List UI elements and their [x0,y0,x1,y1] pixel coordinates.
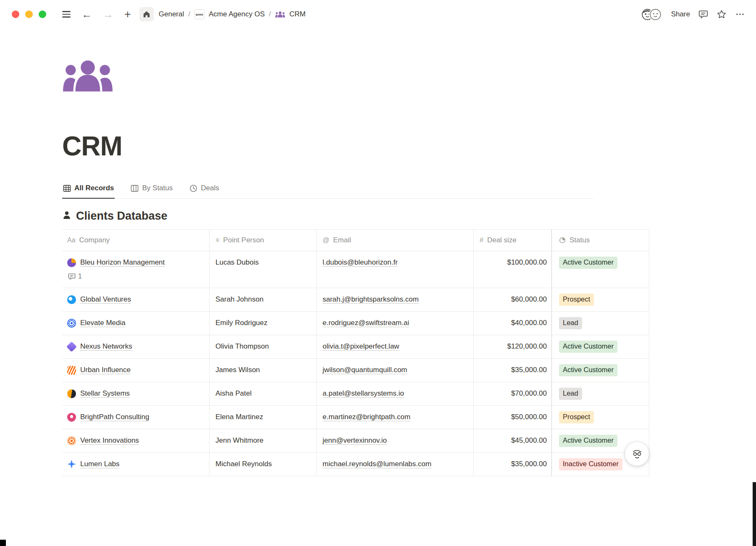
status-cell[interactable]: Lead [551,382,649,405]
point-person-cell[interactable]: Lucas Dubois [209,251,316,288]
table-row[interactable]: Lumen Labs Michael Reynolds michael.reyn… [62,453,649,476]
company-cell[interactable]: Urban Influence [62,359,209,382]
favorite-star-icon[interactable] [717,9,727,19]
email-link[interactable]: l.dubois@bleuhorizon.fr [323,257,398,268]
email-cell[interactable]: e.rodriguez@swiftstream.ai [316,312,473,335]
email-cell[interactable]: l.dubois@bleuhorizon.fr [316,251,473,288]
email-cell[interactable]: jwilson@quantumquill.com [316,359,473,382]
column-header-deal-size[interactable]: # Deal size [473,230,551,251]
forward-button[interactable]: → [99,8,118,21]
email-link[interactable]: e.rodriguez@swiftstream.ai [323,317,409,329]
table-row[interactable]: Vertex Innovations Jenn Whitmore jenn@ve… [62,429,649,453]
number-property-icon: # [480,236,483,244]
company-cell[interactable]: Vertex Innovations [62,429,209,452]
status-cell[interactable]: Active Customer [551,359,649,382]
collaborator-avatars[interactable] [641,8,662,21]
status-cell[interactable]: Active Customer [551,335,649,358]
email-cell[interactable]: jenn@vertexinnov.io [316,429,473,452]
breadcrumb-general[interactable]: General [159,10,184,18]
company-page-link[interactable]: Bleu Horizon Management [80,257,165,268]
status-cell[interactable]: Prospect [551,406,649,429]
column-header-status[interactable]: Status [551,230,649,251]
email-cell[interactable]: sarah.j@brightsparksolns.com [316,288,473,311]
deal-size-cell[interactable]: $70,000.00 [473,382,551,405]
email-cell[interactable]: michael.reynolds@lumenlabs.com [316,453,473,476]
point-person-cell[interactable]: Emily Rodriguez [209,312,316,335]
status-cell[interactable]: Active Customer [551,251,649,288]
tab-all-records[interactable]: All Records [62,181,115,199]
email-link[interactable]: sarah.j@brightsparksolns.com [323,294,419,305]
status-cell[interactable]: Prospect [551,288,649,311]
comment-indicator[interactable]: 1 [68,270,82,282]
email-link[interactable]: e.martinez@brightpath.com [323,411,410,423]
table-row[interactable]: Bleu Horizon Management 1 Lucas Dubois l… [62,251,649,288]
email-cell[interactable]: olivia.t@pixelperfect.law [316,335,473,358]
email-link[interactable]: a.patel@stellarsystems.io [323,388,404,399]
column-header-company[interactable]: Aa Company [62,230,209,251]
email-cell[interactable]: a.patel@stellarsystems.io [316,382,473,405]
point-person-cell[interactable]: Aisha Patel [209,382,316,405]
deal-size-cell[interactable]: $45,000.00 [473,429,551,452]
tab-deals[interactable]: Deals [189,181,220,199]
status-cell[interactable]: Lead [551,312,649,335]
breadcrumb-acme-agency-os[interactable]: Acme Agency OS [209,10,265,18]
point-person-cell[interactable]: James Wilson [209,359,316,382]
deal-size-cell[interactable]: $40,000.00 [473,312,551,335]
company-page-link[interactable]: BrightPath Consulting [80,411,149,423]
deal-size-cell[interactable]: $35,000.00 [473,453,551,476]
table-row[interactable]: Stellar Systems Aisha Patel a.patel@stel… [62,382,649,406]
company-page-link[interactable]: Stellar Systems [80,388,130,399]
table-row[interactable]: Elevate Media Emily Rodriguez e.rodrigue… [62,312,649,335]
deal-size-cell[interactable]: $60,000.00 [473,288,551,311]
point-person-cell[interactable]: Jenn Whitmore [209,429,316,452]
email-link[interactable]: olivia.t@pixelperfect.law [323,341,399,352]
table-row[interactable]: Global Ventures Sarah Johnson sarah.j@br… [62,288,649,312]
email-link[interactable]: jenn@vertexinnov.io [323,435,387,446]
breadcrumb-crm[interactable]: CRM [289,10,306,18]
scrollbar-thumb[interactable] [753,482,756,546]
deal-size-cell[interactable]: $120,000.00 [473,335,551,358]
point-person-cell[interactable]: Olivia Thompson [209,335,316,358]
tab-by-status[interactable]: By Status [130,181,173,199]
comments-icon[interactable] [698,10,708,19]
table-row[interactable]: Nexus Networks Olivia Thompson olivia.t@… [62,335,649,359]
minimize-window-button[interactable] [25,10,33,18]
deal-size-cell[interactable]: $35,000.00 [473,359,551,382]
company-cell[interactable]: BrightPath Consulting [62,406,209,429]
company-page-link[interactable]: Nexus Networks [80,341,132,352]
more-options-icon[interactable] [735,9,745,19]
share-button[interactable]: Share [671,10,690,18]
company-cell[interactable]: Global Ventures [62,288,209,311]
deal-size-cell[interactable]: $50,000.00 [473,406,551,429]
table-row[interactable]: BrightPath Consulting Elena Martinez e.m… [62,406,649,429]
company-page-link[interactable]: Global Ventures [80,294,131,305]
company-cell[interactable]: Bleu Horizon Management 1 [62,251,209,288]
email-link[interactable]: jwilson@quantumquill.com [323,364,407,376]
point-person-cell[interactable]: Sarah Johnson [209,288,316,311]
maximize-window-button[interactable] [39,10,46,18]
email-link[interactable]: michael.reynolds@lumenlabs.com [323,458,431,470]
home-icon[interactable] [139,7,154,21]
company-cell[interactable]: Nexus Networks [62,335,209,358]
notion-ai-button[interactable] [625,442,649,466]
close-window-button[interactable] [12,10,19,18]
company-page-link[interactable]: Urban Influence [80,364,131,376]
table-row[interactable]: Urban Influence James Wilson jwilson@qua… [62,359,649,382]
back-button[interactable]: ← [77,8,96,21]
company-cell[interactable]: Lumen Labs [62,453,209,476]
deal-size-cell[interactable]: $100,000.00 [473,251,551,288]
email-cell[interactable]: e.martinez@brightpath.com [316,406,473,429]
company-page-link[interactable]: Vertex Innovations [80,435,139,446]
point-person-cell[interactable]: Elena Martinez [209,406,316,429]
column-header-email[interactable]: @ Email [316,230,473,251]
new-tab-button[interactable]: + [120,7,135,22]
company-page-link[interactable]: Elevate Media [80,317,126,329]
column-header-point-person[interactable]: ≡ Point Person [209,230,316,251]
company-cell[interactable]: Stellar Systems [62,382,209,405]
crm-page-icon[interactable] [62,59,113,93]
company-cell[interactable]: Elevate Media [62,312,209,335]
point-person-cell[interactable]: Michael Reynolds [209,453,316,476]
breadcrumb: General / acme Acme Agency OS / CRM [159,9,306,19]
hamburger-menu-icon[interactable] [58,8,75,20]
company-page-link[interactable]: Lumen Labs [80,458,120,470]
